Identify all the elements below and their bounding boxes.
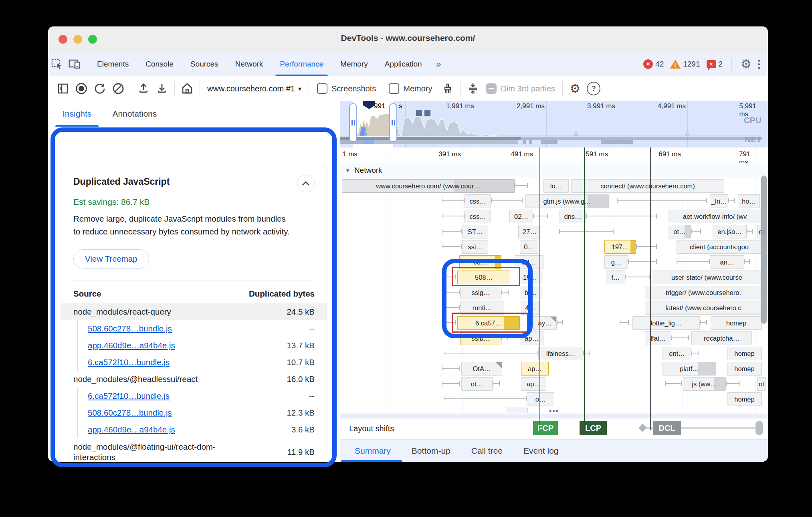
network-request[interactable]: ent… xyxy=(663,347,691,360)
request-whisker xyxy=(744,261,750,262)
network-request[interactable]: ho… xyxy=(738,194,760,208)
garbage-collect-icon[interactable] xyxy=(438,79,457,98)
request-whisker xyxy=(557,322,563,323)
network-request[interactable]: lo… xyxy=(543,179,569,193)
details-tab-event-log[interactable]: Event log xyxy=(513,440,569,462)
network-request[interactable]: _In… xyxy=(710,194,728,208)
network-request[interactable]: client (accounts.goo xyxy=(677,240,762,254)
tab-application[interactable]: Application xyxy=(376,52,430,76)
network-request[interactable]: trigger/ (www.coursehero. xyxy=(645,286,762,299)
home-icon[interactable] xyxy=(178,79,196,98)
network-request[interactable]: ot… xyxy=(668,225,691,238)
console-errors-badge[interactable]: × 42 xyxy=(643,59,664,69)
network-section-label: Network xyxy=(354,166,382,175)
network-request[interactable]: www.coursehero.com/ (www.cour… xyxy=(342,179,515,193)
console-warnings-badge[interactable]: 1291 xyxy=(670,60,700,69)
net-activity-bar xyxy=(521,137,762,140)
tab-performance[interactable]: Performance xyxy=(271,52,332,76)
network-section-header[interactable]: ▼ Network xyxy=(340,163,768,178)
download-profile-icon[interactable] xyxy=(153,79,171,98)
tab-network[interactable]: Network xyxy=(227,52,272,76)
active-tab-underline xyxy=(341,460,402,462)
network-request[interactable]: ap… xyxy=(521,362,549,376)
network-request[interactable]: homep xyxy=(711,316,762,330)
sidebar-tab-insights[interactable]: Insights xyxy=(63,101,91,127)
history-dropdown[interactable]: www.coursehero.com #1 ▾ xyxy=(207,84,301,93)
network-request[interactable]: platf… xyxy=(663,362,716,376)
memory-checkbox[interactable]: Memory xyxy=(389,83,432,94)
network-request[interactable]: js (ww… xyxy=(683,377,726,391)
network-request[interactable]: 02… xyxy=(509,210,533,223)
more-tabs-icon[interactable]: » xyxy=(430,52,447,76)
network-request[interactable]: en.jso… xyxy=(713,225,747,238)
network-request[interactable]: ssi… xyxy=(462,240,488,254)
network-request[interactable]: o… xyxy=(527,392,554,406)
selection-right-handle[interactable] xyxy=(389,103,397,142)
details-tab-bottom-up[interactable]: Bottom-up xyxy=(401,440,461,462)
vertical-scrollbar[interactable] xyxy=(761,176,767,324)
network-request[interactable]: 0… xyxy=(520,240,538,254)
network-request[interactable]: css… xyxy=(465,210,491,223)
upload-profile-icon[interactable] xyxy=(134,79,153,98)
record-icon[interactable] xyxy=(72,79,91,98)
network-request[interactable]: gtm.js (www.g… xyxy=(525,194,609,208)
error-icon: × xyxy=(643,59,653,69)
screenshots-checkbox[interactable]: Screenshots xyxy=(317,83,376,94)
network-request[interactable]: ay… xyxy=(533,316,557,330)
selection-left-handle[interactable] xyxy=(349,103,357,142)
sidebar-tab-annotations[interactable]: Annotations xyxy=(112,101,157,127)
network-request[interactable]: 27… xyxy=(518,225,541,238)
network-request[interactable]: lfai… xyxy=(645,331,671,345)
network-request[interactable]: ST… xyxy=(462,225,488,238)
issues-badge[interactable]: × 2 xyxy=(707,60,723,69)
clear-icon[interactable] xyxy=(109,79,127,98)
tab-memory[interactable]: Memory xyxy=(332,52,376,76)
dim-third-parties-toggle[interactable]: Dim 3rd parties xyxy=(486,83,555,94)
details-tab-summary[interactable]: Summary xyxy=(344,440,401,462)
dcl-badge[interactable]: DCL xyxy=(653,421,681,435)
network-request[interactable]: latest/ (www.coursehero.c xyxy=(645,301,762,315)
network-request[interactable] xyxy=(506,408,528,413)
network-waterfall[interactable]: 1 ms391 ms491 ms591 ms691 ms791 ms ▼ Net… xyxy=(340,147,768,414)
capture-settings-gear-icon[interactable]: ⚙ xyxy=(566,79,584,98)
divider xyxy=(200,81,200,96)
more-rows-ellipsis[interactable]: ••• xyxy=(549,407,559,414)
network-request[interactable]: an… xyxy=(710,255,744,269)
network-request[interactable]: g… xyxy=(604,255,628,269)
network-request[interactable]: ap… xyxy=(521,377,546,391)
network-request[interactable]: dns… xyxy=(560,210,586,223)
network-request[interactable]: lottie_lig… xyxy=(632,316,700,330)
collapse-sections-icon[interactable] xyxy=(464,79,482,98)
network-request[interactable]: ot… xyxy=(461,377,493,391)
more-options-icon[interactable] xyxy=(758,60,760,69)
network-request[interactable]: homep xyxy=(727,347,762,360)
network-request[interactable]: lfainess… xyxy=(538,347,583,360)
net-activity-bar xyxy=(340,137,521,140)
details-tab-call-tree[interactable]: Call tree xyxy=(461,440,513,462)
device-toolbar-icon[interactable] xyxy=(66,56,83,73)
issues-icon: × xyxy=(707,60,716,68)
network-request[interactable]: css… xyxy=(465,194,491,208)
settings-gear-icon[interactable]: ⚙ xyxy=(741,58,751,70)
tab-console[interactable]: Console xyxy=(137,52,182,76)
timeline-overview[interactable]: 991 s 1,991 ms2,991 ms3,991 ms4,991 ms5,… xyxy=(340,101,768,148)
net-track-label: NET xyxy=(745,135,762,144)
network-request[interactable]: connect/ (www.coursehero.com) xyxy=(571,179,724,193)
network-request[interactable]: recaptcha… xyxy=(691,331,752,345)
inspect-element-icon[interactable] xyxy=(48,56,66,73)
tab-elements[interactable]: Elements xyxy=(89,52,137,76)
network-request[interactable]: user-state/ (www.course xyxy=(652,271,762,284)
request-whisker xyxy=(444,398,527,399)
network-request[interactable]: aet-workflow-info/ (wv xyxy=(668,210,762,223)
tab-sources[interactable]: Sources xyxy=(182,52,227,76)
toggle-sidebar-icon[interactable] xyxy=(54,79,72,98)
reload-record-icon[interactable] xyxy=(91,79,109,98)
network-request[interactable]: ot xyxy=(757,377,766,391)
network-request[interactable]: OtA… xyxy=(461,362,502,376)
network-request[interactable]: f… xyxy=(606,271,625,284)
network-request[interactable]: homep xyxy=(727,392,762,406)
help-icon[interactable]: ? xyxy=(584,79,603,98)
network-request[interactable]: homep xyxy=(727,362,762,376)
network-request[interactable]: 197… xyxy=(604,240,636,254)
fcp-badge[interactable]: FCP xyxy=(533,421,558,435)
